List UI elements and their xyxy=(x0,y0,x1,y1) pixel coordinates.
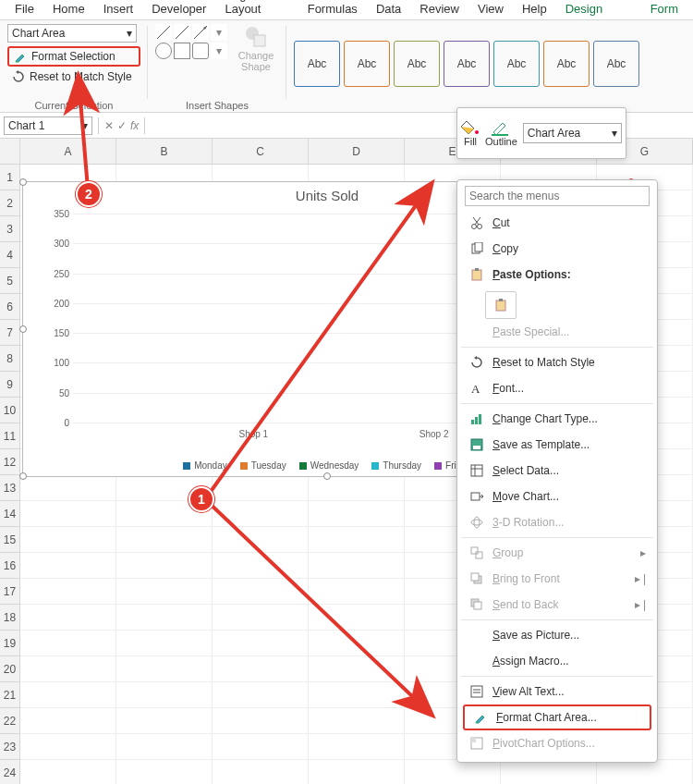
tab-help[interactable]: Help xyxy=(513,0,556,19)
row-header[interactable]: 23 xyxy=(0,734,20,760)
row-header[interactable]: 24 xyxy=(0,760,20,784)
fx-icon[interactable]: fx xyxy=(130,119,139,132)
shapes-gallery[interactable]: ▾ ▾ xyxy=(155,24,227,59)
cell[interactable] xyxy=(309,579,405,605)
row-header[interactable]: 16 xyxy=(0,553,20,579)
cell[interactable] xyxy=(501,760,597,784)
cell[interactable] xyxy=(20,475,116,501)
cell[interactable] xyxy=(116,682,213,708)
cell[interactable] xyxy=(116,631,213,656)
cell[interactable] xyxy=(20,501,116,527)
cell[interactable] xyxy=(20,527,116,553)
tab-form[interactable]: Form xyxy=(641,0,687,19)
row-header[interactable]: 17 xyxy=(0,579,20,605)
row-header[interactable]: 18 xyxy=(0,605,20,631)
cell[interactable] xyxy=(213,527,309,553)
cell[interactable] xyxy=(405,760,501,784)
tab-chart-design[interactable]: Chart Design xyxy=(556,0,641,19)
reset-match-style-button[interactable]: Reset to Match Style xyxy=(7,67,140,87)
row-header[interactable]: 19 xyxy=(0,631,20,656)
shape-style-gallery[interactable]: AbcAbcAbcAbcAbcAbcAbc xyxy=(294,24,686,87)
cell[interactable] xyxy=(20,579,116,605)
row-header[interactable]: 2 xyxy=(0,190,20,216)
shape-style-preset[interactable]: Abc xyxy=(394,41,440,87)
paste-option-button[interactable] xyxy=(485,291,517,319)
menu-copy[interactable]: Copy xyxy=(461,236,653,262)
cell[interactable] xyxy=(309,475,405,501)
tab-developer[interactable]: Developer xyxy=(142,0,215,19)
column-header[interactable]: A xyxy=(20,139,116,165)
cell[interactable] xyxy=(116,760,213,784)
cell[interactable] xyxy=(213,605,309,631)
mini-toolbar[interactable]: Fill Outline Chart Area ▾ xyxy=(456,107,626,159)
tab-data[interactable]: Data xyxy=(367,0,410,19)
format-selection-button[interactable]: Format Selection xyxy=(7,46,140,67)
row-header[interactable]: 8 xyxy=(0,346,20,372)
cell[interactable] xyxy=(20,553,116,579)
menu-changetype[interactable]: Change Chart Type... xyxy=(461,406,653,432)
confirm-icon[interactable]: ✓ xyxy=(117,119,127,132)
shape-style-preset[interactable]: Abc xyxy=(294,41,340,87)
cell[interactable] xyxy=(309,734,405,760)
cell[interactable] xyxy=(309,708,405,734)
tab-insert[interactable]: Insert xyxy=(94,0,143,19)
menu-search-input[interactable] xyxy=(465,186,650,206)
menu-movechart[interactable]: Move Chart... xyxy=(461,484,653,509)
row-header[interactable]: 11 xyxy=(0,423,20,449)
cell[interactable] xyxy=(116,579,213,605)
cell[interactable] xyxy=(20,656,116,682)
tab-page-layout[interactable]: Page Layout xyxy=(215,0,298,19)
shape-style-preset[interactable]: Abc xyxy=(344,41,390,87)
cell[interactable] xyxy=(309,631,405,656)
menu-font[interactable]: AFont... xyxy=(461,375,653,401)
cell[interactable] xyxy=(213,553,309,579)
menu-savepic[interactable]: Save as Picture... xyxy=(461,622,653,648)
menu-cut[interactable]: Cut xyxy=(461,210,653,236)
cell[interactable] xyxy=(20,631,116,656)
row-header[interactable]: 13 xyxy=(0,475,20,501)
cell[interactable] xyxy=(213,682,309,708)
cell[interactable] xyxy=(20,734,116,760)
column-header[interactable]: D xyxy=(309,139,405,165)
cancel-icon[interactable]: ✕ xyxy=(104,119,114,132)
cell[interactable] xyxy=(20,708,116,734)
legend-item[interactable]: Monday xyxy=(183,460,227,471)
shape-style-preset[interactable]: Abc xyxy=(593,41,639,87)
cell[interactable] xyxy=(20,605,116,631)
fill-button[interactable]: Fill xyxy=(461,119,480,147)
cell[interactable] xyxy=(20,760,116,784)
cell[interactable] xyxy=(309,605,405,631)
row-header[interactable]: 12 xyxy=(0,449,20,475)
chart-element-dropdown[interactable]: Chart Area ▾ xyxy=(7,24,137,43)
cell[interactable] xyxy=(309,682,405,708)
cell[interactable] xyxy=(213,760,309,784)
row-header[interactable]: 7 xyxy=(0,320,20,346)
row-header[interactable]: 15 xyxy=(0,527,20,553)
menu-selectdata[interactable]: Select Data... xyxy=(461,458,653,484)
menu-pasteopts[interactable]: Paste Options: xyxy=(461,262,653,288)
cell[interactable] xyxy=(20,682,116,708)
row-header[interactable]: 4 xyxy=(0,242,20,268)
tab-file[interactable]: File xyxy=(6,0,43,19)
shape-style-preset[interactable]: Abc xyxy=(444,41,490,87)
column-header[interactable]: C xyxy=(213,139,309,165)
cell[interactable] xyxy=(116,734,213,760)
cell[interactable] xyxy=(116,527,213,553)
cell[interactable] xyxy=(213,501,309,527)
tab-review[interactable]: Review xyxy=(410,0,468,19)
legend-item[interactable]: Thursday xyxy=(371,460,421,471)
row-header[interactable]: 21 xyxy=(0,682,20,708)
row-header[interactable]: 14 xyxy=(0,501,20,527)
shape-style-preset[interactable]: Abc xyxy=(543,41,590,87)
cell[interactable] xyxy=(309,760,405,784)
row-header[interactable]: 9 xyxy=(0,372,20,398)
row-header[interactable]: 1 xyxy=(0,165,20,190)
tab-formulas[interactable]: Formulas xyxy=(298,0,367,19)
cell[interactable] xyxy=(213,579,309,605)
shape-style-preset[interactable]: Abc xyxy=(493,41,540,87)
name-box[interactable]: Chart 1 ▾ xyxy=(4,116,92,135)
cell[interactable] xyxy=(213,475,309,501)
column-header[interactable]: B xyxy=(116,139,213,165)
row-header[interactable]: 10 xyxy=(0,398,20,423)
chart-element-mini-dropdown[interactable]: Chart Area ▾ xyxy=(523,123,622,143)
